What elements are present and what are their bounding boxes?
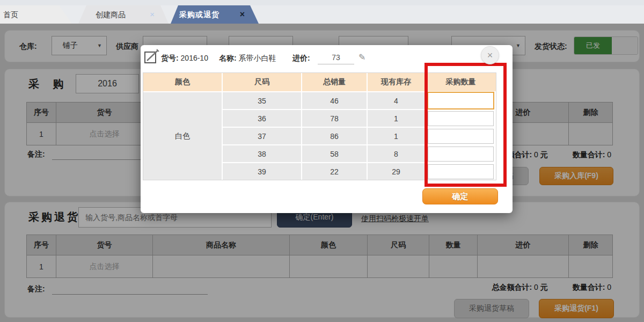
purchase-qty-input-1[interactable] bbox=[428, 111, 494, 126]
modal-col-color: 颜色 bbox=[143, 73, 222, 91]
tab-purchase-or-return[interactable]: 采购或退货 × bbox=[171, 5, 259, 24]
size-cell: 38 bbox=[223, 145, 301, 162]
purchase-qty-input-2[interactable] bbox=[428, 129, 494, 144]
stock-cell: 29 bbox=[368, 163, 425, 180]
app-window: 首页 创建商品 × 采购或退货 × 仓库: 铺子 ▼ 供应商 ▼ 发货状态: 已… bbox=[0, 0, 644, 322]
modal-item-name: 名称: 系带小白鞋 bbox=[219, 52, 276, 64]
close-tab-icon[interactable]: × bbox=[150, 5, 155, 24]
sales-cell: 46 bbox=[302, 92, 367, 109]
size-cell: 37 bbox=[223, 128, 301, 144]
purchase-qty-input-0[interactable] bbox=[427, 92, 494, 109]
sales-cell: 86 bbox=[302, 128, 367, 144]
modal-price-label-wrap: 进价: bbox=[292, 52, 310, 64]
size-cell: 36 bbox=[223, 110, 301, 127]
modal-size-table: 颜色 尺码 总销量 现有库存 采购数量 白色 35 46 4 36 78 1 3… bbox=[143, 72, 496, 180]
purchase-qty-input-4[interactable] bbox=[428, 164, 494, 179]
item-no-value: 2016-10 bbox=[181, 54, 208, 62]
modal-confirm-button[interactable]: 确定 bbox=[422, 188, 498, 204]
size-cell: 39 bbox=[223, 163, 301, 180]
sales-cell: 78 bbox=[302, 110, 367, 127]
item-no-label: 货号: bbox=[161, 54, 179, 62]
stock-cell: 1 bbox=[368, 128, 425, 144]
modal-col-purchase-qty: 采购数量 bbox=[426, 73, 496, 91]
close-icon: × bbox=[487, 50, 493, 61]
purchase-qty-input-3[interactable] bbox=[428, 147, 494, 162]
stock-cell: 8 bbox=[368, 145, 425, 162]
edit-price-icon[interactable]: ✎ bbox=[358, 52, 365, 62]
tab-home[interactable]: 首页 bbox=[0, 5, 72, 24]
price-input[interactable]: 73 bbox=[318, 52, 354, 64]
tab-home-label: 首页 bbox=[0, 5, 72, 24]
stock-cell: 4 bbox=[368, 92, 425, 109]
name-value: 系带小白鞋 bbox=[239, 54, 276, 62]
modal-col-size: 尺码 bbox=[223, 73, 301, 91]
tab-create-label: 创建商品 bbox=[78, 5, 169, 24]
tab-create-product[interactable]: 创建商品 × bbox=[78, 5, 169, 24]
modal-col-stock: 现有库存 bbox=[368, 73, 425, 91]
sales-cell: 58 bbox=[302, 145, 367, 162]
sales-cell: 22 bbox=[302, 163, 367, 180]
edit-item-icon bbox=[144, 49, 160, 64]
tab-bar: 首页 创建商品 × 采购或退货 × bbox=[0, 0, 644, 24]
modal-close-button[interactable]: × bbox=[481, 46, 499, 64]
close-tab-icon[interactable]: × bbox=[240, 5, 245, 24]
modal-col-sales: 总销量 bbox=[302, 73, 367, 91]
name-label: 名称: bbox=[219, 54, 237, 62]
stock-cell: 1 bbox=[368, 110, 425, 127]
modal-item-no: 货号: 2016-10 bbox=[161, 52, 208, 64]
color-cell: 白色 bbox=[143, 92, 222, 180]
size-cell: 35 bbox=[223, 92, 301, 109]
tab-purchase-label: 采购或退货 bbox=[171, 5, 259, 24]
price-label: 进价: bbox=[292, 54, 310, 62]
